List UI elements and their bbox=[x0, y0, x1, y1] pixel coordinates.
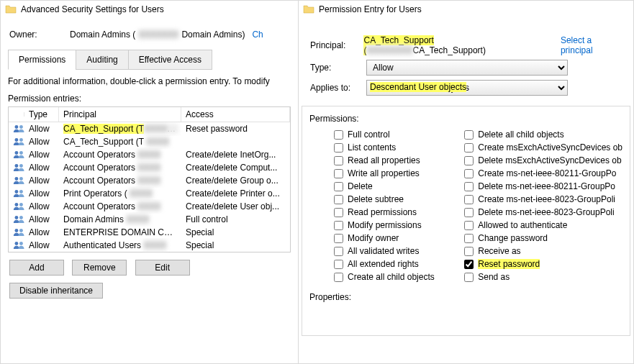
checkbox-input[interactable] bbox=[334, 247, 343, 256]
checkbox-input[interactable] bbox=[464, 195, 474, 204]
permission-checkbox[interactable]: Delete bbox=[334, 180, 461, 193]
permission-checkbox[interactable]: Receive as bbox=[464, 245, 622, 258]
svg-point-15 bbox=[19, 216, 23, 219]
checkbox-input[interactable] bbox=[464, 182, 474, 191]
permission-checkbox[interactable]: Modify permissions bbox=[334, 219, 461, 232]
type-select[interactable]: Allow bbox=[366, 60, 568, 76]
permission-checkbox[interactable]: Delete msExchActiveSyncDevices ob bbox=[464, 154, 622, 167]
svg-point-6 bbox=[14, 164, 18, 168]
checkbox-input[interactable] bbox=[464, 247, 474, 256]
table-row[interactable]: AllowENTERPRISE DOMAIN CONT... XXXXSpeci… bbox=[9, 226, 290, 239]
cell-access: Create/delete Comput... bbox=[181, 160, 290, 175]
table-row[interactable]: AllowCA_Tech_Support (TXXXXXXReset passw… bbox=[9, 122, 290, 135]
permission-checkbox[interactable]: Delete ms-net-ieee-8023-GroupPoli bbox=[464, 206, 622, 219]
permission-checkbox[interactable]: Write all properties bbox=[334, 167, 461, 180]
permission-checkbox[interactable]: Create ms-net-ieee-8023-GroupPoli bbox=[464, 193, 622, 206]
checkbox-input[interactable] bbox=[334, 221, 343, 230]
edit-button[interactable]: Edit bbox=[135, 260, 190, 276]
checkbox-input[interactable] bbox=[464, 208, 474, 217]
table-row[interactable]: AllowAccount Operators XXXXCreate/delete… bbox=[9, 200, 290, 213]
table-row[interactable]: AllowAccount Operators XXXXCreate/delete… bbox=[9, 174, 290, 187]
table-row[interactable]: AllowAuthenticated Users XXXXSpecial bbox=[9, 239, 290, 252]
checkbox-label: Full control bbox=[348, 129, 390, 140]
table-row[interactable]: AllowCA_Tech_Support (T XXXX bbox=[9, 135, 290, 148]
cell-type: Allow bbox=[24, 122, 59, 136]
change-owner-link[interactable]: Ch bbox=[252, 29, 263, 40]
cell-access: Create/delete InetOrg... bbox=[181, 147, 290, 162]
checkbox-input[interactable] bbox=[334, 234, 343, 243]
permission-checkbox[interactable]: Send as bbox=[464, 270, 622, 283]
table-row[interactable]: AllowAccount Operators XXXXCreate/delete… bbox=[9, 148, 290, 161]
checkbox-input[interactable] bbox=[464, 260, 474, 269]
checkbox-input[interactable] bbox=[334, 143, 343, 153]
cell-principal: CA_Tech_Support (T XXXX bbox=[59, 135, 181, 149]
cell-type: Allow bbox=[24, 173, 59, 188]
checkbox-input[interactable] bbox=[334, 156, 343, 165]
table-row[interactable]: AllowPrint Operators ( XXXXCreate/delete… bbox=[9, 187, 290, 200]
permission-checkbox[interactable]: Read permissions bbox=[334, 206, 461, 219]
permission-checkbox[interactable]: All validated writes bbox=[334, 245, 461, 258]
select-principal-link[interactable]: Select a principal bbox=[561, 35, 623, 55]
checkbox-input[interactable] bbox=[334, 273, 343, 282]
cell-principal: Account Operators XXXX bbox=[59, 173, 181, 188]
permission-checkbox[interactable]: Create all child objects bbox=[334, 270, 461, 283]
checkbox-input[interactable] bbox=[464, 143, 474, 153]
permission-checkbox[interactable]: Allowed to authenticate bbox=[464, 219, 622, 232]
header-access[interactable]: Access bbox=[181, 107, 290, 122]
checkbox-label: Write all properties bbox=[348, 168, 420, 178]
users-icon bbox=[9, 147, 24, 162]
permission-checkbox[interactable]: Delete ms-net-ieee-80211-GroupPo bbox=[464, 180, 622, 193]
add-button[interactable]: Add bbox=[9, 260, 64, 276]
tab-effective-access[interactable]: Effective Access bbox=[128, 50, 212, 70]
permission-checkbox[interactable]: Delete all child objects bbox=[464, 128, 622, 141]
disable-inheritance-button[interactable]: Disable inheritance bbox=[9, 283, 103, 299]
info-text: For additional information, double-click… bbox=[8, 76, 291, 86]
tab-auditing[interactable]: Auditing bbox=[76, 50, 128, 70]
tab-permissions[interactable]: Permissions bbox=[8, 50, 76, 70]
cell-type: Allow bbox=[24, 147, 59, 162]
permission-checkbox[interactable]: Reset password bbox=[464, 258, 622, 270]
permission-checkbox[interactable]: Change password bbox=[464, 232, 622, 245]
header-type[interactable]: Type bbox=[24, 107, 59, 122]
checkbox-input[interactable] bbox=[334, 260, 343, 269]
permission-checkbox[interactable]: Full control bbox=[334, 128, 461, 141]
checkbox-input[interactable] bbox=[464, 273, 474, 282]
permission-entry-window: Permission Entry for Users Principal: CA… bbox=[298, 0, 634, 364]
checkbox-input[interactable] bbox=[334, 169, 343, 178]
cell-principal: CA_Tech_Support (TXXXXXX bbox=[59, 122, 181, 136]
cell-type: Allow bbox=[24, 238, 59, 252]
permissions-grid: Type Principal Access AllowCA_Tech_Suppo… bbox=[8, 106, 291, 252]
checkbox-input[interactable] bbox=[464, 130, 474, 140]
permission-checkbox[interactable]: Create msExchActiveSyncDevices ob bbox=[464, 141, 622, 154]
checkbox-label: Read all properties bbox=[348, 155, 420, 165]
checkbox-input[interactable] bbox=[464, 156, 474, 165]
header-principal[interactable]: Principal bbox=[59, 107, 181, 122]
checkbox-input[interactable] bbox=[334, 195, 343, 204]
window-title: Advanced Security Settings for Users bbox=[21, 4, 164, 14]
table-row[interactable]: AllowDomain Admins XXXXFull control bbox=[9, 213, 290, 226]
checkbox-label: Create ms-net-ieee-8023-GroupPoli bbox=[478, 194, 615, 204]
permission-checkbox[interactable]: Modify owner bbox=[334, 232, 461, 245]
remove-button[interactable]: Remove bbox=[72, 260, 127, 276]
permission-checkbox[interactable]: Create ms-net-ieee-80211-GroupPo bbox=[464, 167, 622, 180]
permissions-group: Permissions: Full controlList contentsRe… bbox=[302, 106, 630, 336]
checkbox-input[interactable] bbox=[334, 208, 343, 217]
checkbox-label: Delete ms-net-ieee-80211-GroupPo bbox=[478, 181, 615, 191]
cell-access: Special bbox=[181, 225, 290, 240]
checkbox-input[interactable] bbox=[464, 234, 474, 243]
users-icon bbox=[9, 225, 24, 240]
principal-row: Principal: CA_Tech_Support (XXXXXXXXCA_T… bbox=[310, 35, 623, 55]
checkbox-input[interactable] bbox=[464, 221, 474, 230]
users-icon bbox=[9, 212, 24, 227]
permission-checkbox[interactable]: List contents bbox=[334, 141, 461, 154]
cell-access: Create/delete User obj... bbox=[181, 199, 290, 214]
checkbox-input[interactable] bbox=[334, 182, 343, 191]
checkbox-input[interactable] bbox=[464, 169, 474, 178]
applies-select[interactable]: Descendant User objects bbox=[366, 80, 568, 96]
permission-checkbox[interactable]: All extended rights bbox=[334, 258, 461, 270]
svg-point-13 bbox=[19, 203, 23, 206]
permission-checkbox[interactable]: Delete subtree bbox=[334, 193, 461, 206]
permission-checkbox[interactable]: Read all properties bbox=[334, 154, 461, 167]
table-row[interactable]: AllowAccount Operators XXXXCreate/delete… bbox=[9, 161, 290, 174]
checkbox-input[interactable] bbox=[334, 130, 343, 140]
